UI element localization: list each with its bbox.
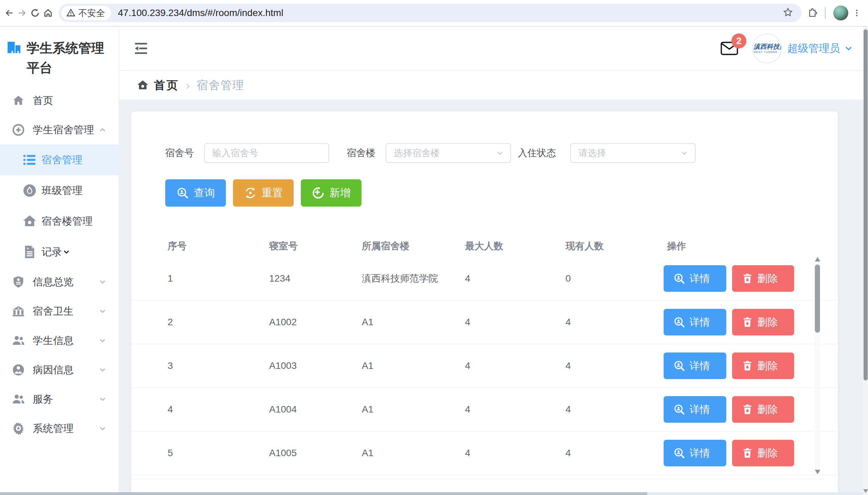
trash-icon <box>742 404 753 415</box>
page-scrollbar[interactable] <box>863 27 868 495</box>
sidebar-item-info-overview[interactable]: 信息总览 <box>0 267 119 297</box>
table-scrollbar-thumb[interactable] <box>815 265 820 333</box>
toolbar-divider <box>825 7 826 19</box>
page-scrollbar-thumb[interactable] <box>864 29 868 380</box>
col-max: 最大人数 <box>465 240 565 253</box>
room-number-input[interactable] <box>204 143 329 163</box>
school-seal-icon <box>752 43 752 54</box>
col-building: 所属宿舍楼 <box>362 240 465 253</box>
breadcrumb-separator: › <box>186 79 190 92</box>
chevron-down-icon <box>62 247 71 256</box>
circle-plus-icon <box>12 123 25 137</box>
user-avatar[interactable]: 滇西科技师范 WEST YUNNAN <box>752 33 782 63</box>
table-scrollbar[interactable] <box>815 256 820 476</box>
sidebar-item-records[interactable]: 记录 <box>0 237 119 267</box>
current-user-label[interactable]: 超级管理员 <box>787 41 840 56</box>
building-label: 宿舍楼 <box>347 147 375 160</box>
horizontal-scrollbar-thumb[interactable] <box>0 492 647 495</box>
scroll-down-icon[interactable] <box>863 489 868 493</box>
home-icon[interactable] <box>43 7 53 18</box>
home-icon <box>136 79 149 92</box>
trash-icon <box>742 360 753 372</box>
trash-icon <box>742 316 753 328</box>
security-chip[interactable]: 不安全 <box>61 6 111 20</box>
col-current: 现有人数 <box>565 240 664 253</box>
cell-max-occupancy: 4 <box>465 360 565 371</box>
sidebar-item-system-management[interactable]: 系统管理 <box>0 414 119 443</box>
sidebar-item-room-management[interactable]: 宿舍管理 <box>0 145 119 175</box>
bookmark-star-icon[interactable] <box>782 7 793 19</box>
refresh-icon <box>244 186 257 199</box>
sidebar-menu: 首页 学生宿舍管理 宿舍管理 <box>0 86 119 443</box>
scroll-up-icon[interactable] <box>815 257 820 261</box>
sidebar-item-class-management[interactable]: 班级管理 <box>0 175 119 206</box>
sidebar-item-dorm-hygiene[interactable]: 宿舍卫生 <box>0 297 119 326</box>
url-text[interactable]: 47.100.239.234/dms/#/room/index.html <box>118 7 782 18</box>
address-bar[interactable]: 不安全 47.100.239.234/dms/#/room/index.html <box>59 4 802 22</box>
horizontal-scrollbar[interactable] <box>0 492 863 495</box>
app-logo: 学生系统管理 平台 <box>0 27 119 78</box>
chevron-down-icon <box>98 278 107 286</box>
extensions-icon[interactable] <box>807 7 818 18</box>
back-icon[interactable] <box>4 7 15 18</box>
forward-icon[interactable] <box>17 7 28 18</box>
table-row: 2 A1002 A1 4 4 详情 删除 <box>131 300 838 344</box>
reset-button[interactable]: 重置 <box>233 179 294 207</box>
sidebar-item-services[interactable]: 服务 <box>0 385 119 414</box>
sidebar-group-dorm-management[interactable]: 学生宿舍管理 <box>0 115 119 145</box>
sidebar-item-disease-info[interactable]: 病因信息 <box>0 355 119 385</box>
sidebar: 学生系统管理 平台 首页 学生宿舍管理 <box>0 27 119 495</box>
shield-icon <box>12 275 25 289</box>
cell-max-occupancy: 4 <box>465 404 565 415</box>
scroll-down-icon[interactable] <box>815 470 820 474</box>
table-row: 4 A1004 A1 4 4 详情 删除 <box>131 387 838 431</box>
cell-room-number: A1005 <box>269 448 362 459</box>
detail-button[interactable]: 详情 <box>664 440 726 466</box>
search-icon <box>673 403 685 416</box>
delete-button[interactable]: 删除 <box>732 352 794 379</box>
breadcrumb-home[interactable]: 首页 <box>154 78 179 93</box>
cell-current-occupancy: 4 <box>565 448 664 459</box>
detail-button[interactable]: 详情 <box>664 352 726 379</box>
cell-current-occupancy: 4 <box>565 360 664 371</box>
person-heart-icon <box>12 363 25 377</box>
cell-room-number: A1004 <box>269 404 362 415</box>
chevron-down-icon <box>98 395 107 404</box>
chevron-down-icon <box>98 424 107 433</box>
table-row: 5 A1005 A1 4 4 详情 删除 <box>131 431 838 475</box>
search-button[interactable]: 查询 <box>165 179 226 207</box>
chevron-down-icon[interactable] <box>843 43 854 54</box>
cell-current-occupancy: 4 <box>565 317 664 328</box>
row-actions: 详情 删除 <box>664 265 794 292</box>
cell-current-occupancy: 0 <box>565 273 664 284</box>
security-label: 不安全 <box>78 7 105 19</box>
cell-max-occupancy: 4 <box>465 317 565 328</box>
delete-button[interactable]: 删除 <box>732 396 794 423</box>
sidebar-item-home[interactable]: 首页 <box>0 86 119 115</box>
browser-profile-avatar[interactable] <box>833 5 848 20</box>
detail-button[interactable]: 详情 <box>664 265 726 292</box>
delete-button[interactable]: 删除 <box>732 265 794 292</box>
delete-button[interactable]: 删除 <box>732 309 794 335</box>
messages-button[interactable]: 2 <box>720 42 738 55</box>
delete-button[interactable]: 删除 <box>732 440 794 466</box>
col-room: 寝室号 <box>269 240 362 253</box>
cell-index: 3 <box>168 360 269 371</box>
sidebar-item-building-management[interactable]: 宿舍楼管理 <box>0 206 119 237</box>
table-row: 1 1234 滇西科技师范学院 4 0 详情 删除 <box>131 257 838 300</box>
detail-button[interactable]: 详情 <box>664 396 726 423</box>
building-logo-icon <box>5 38 22 55</box>
occupancy-status-select[interactable]: 请选择 <box>570 143 696 163</box>
house-icon <box>22 213 37 229</box>
sidebar-item-student-info[interactable]: 学生信息 <box>0 326 119 355</box>
reload-icon[interactable] <box>30 7 41 18</box>
search-icon <box>673 360 685 372</box>
building-select[interactable]: 选择宿舍楼 <box>386 143 511 163</box>
browser-menu-icon[interactable] <box>851 7 862 18</box>
row-actions: 详情 删除 <box>664 396 794 423</box>
detail-button[interactable]: 详情 <box>664 309 726 335</box>
cell-max-occupancy: 4 <box>465 448 565 459</box>
filter-form: 宿舍号 宿舍楼 选择宿舍楼 入住状态 请选择 <box>131 111 838 163</box>
sidebar-collapse-icon[interactable] <box>134 42 148 55</box>
add-button[interactable]: 新增 <box>301 179 361 207</box>
